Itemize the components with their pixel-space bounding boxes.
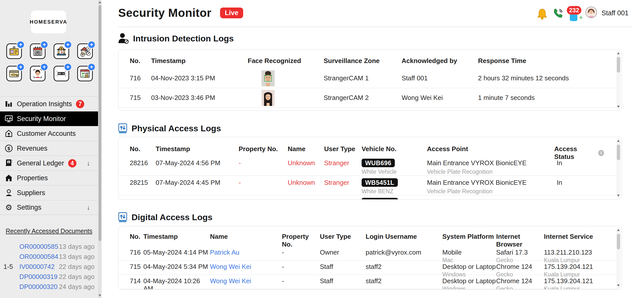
ip-address: 175.139.204.121 [544,263,593,270]
scroll-down-arrow[interactable] [617,195,620,197]
access-point: Main Entrance VYROX BionicEYE [427,198,527,200]
login-username: staff2 [366,275,442,285]
intrusion-section-header: Intrusion Detection Logs [118,33,234,44]
expand-arrow-icon[interactable]: ↓ [87,159,90,167]
document-link[interactable]: DP00000319 [19,273,58,281]
scroll-down-arrow[interactable] [99,294,101,296]
face-snapshot[interactable] [262,70,275,86]
physical-logs-table: No. Timestamp Property No. Name User Typ… [118,137,622,200]
property-no: - [282,246,320,256]
sidebar-item-security-monitor[interactable]: Security Monitor [0,111,98,126]
bell-icon[interactable] [537,9,547,20]
scroll-up-arrow[interactable] [617,140,620,142]
document-age: 13 days ago [59,243,95,251]
sidebar-item-operation-insights[interactable]: Operation Insights 7 [0,96,98,111]
log-no: 716 [130,246,143,256]
property-no: - [282,275,320,285]
live-status-badge: Live [220,8,243,18]
table-scrollbar[interactable] [616,138,621,198]
recent-documents-title: Recently Accessed Documents [0,227,98,235]
property-no: - [239,195,288,200]
scroll-down-arrow[interactable] [617,284,620,286]
phone-icon[interactable] [553,8,564,19]
list-item: IV00000742 22 days ago [0,262,98,272]
shortcut-license-plate[interactable]: ABC 123 + [54,66,69,81]
table-scrollbar[interactable] [616,227,621,288]
sidebar-item-suppliers[interactable]: Suppliers [0,185,98,200]
sidebar-item-settings[interactable]: ⚙ Settings ↓ [0,200,98,215]
column-header: Name [210,233,282,248]
add-icon[interactable]: + [64,41,72,49]
access-transfer-icon [118,123,127,134]
os-name: Windows [442,285,466,289]
document-link[interactable]: OR00000585 [19,243,58,251]
user-type: Staff [320,275,366,285]
table-row: 28216 07-May-2024 4:56 PM - Unknown Stra… [118,156,622,176]
message-count-badge: 232 [567,6,581,15]
expand-arrow-icon[interactable]: ↓ [87,204,90,211]
user-avatar[interactable] [585,7,597,18]
log-no: 28216 [130,156,156,167]
sidebar-scrollbar[interactable] [98,0,102,298]
document-link[interactable]: OR00000584 [19,253,58,261]
info-icon[interactable]: i [598,150,604,156]
scrollbar-thumb[interactable] [617,234,620,249]
scroll-up-arrow[interactable] [617,52,620,54]
access-status: In [554,156,604,167]
column-header: User Type [320,233,366,248]
document-age: 13 days ago [59,253,95,261]
shortcut-property-maintenance[interactable]: + [77,43,93,59]
header-divider [118,27,632,27]
property-no: - [239,176,288,187]
scrollbar-thumb[interactable] [99,5,101,241]
shortcut-staff-id-card[interactable]: + [6,43,22,59]
surveillance-zone: StrangerCAM 1 [324,74,402,82]
sidebar-item-properties[interactable]: Properties [0,170,98,185]
add-icon[interactable]: + [40,41,48,49]
table-row: 715 03-Nov-2023 3:46 PM StrangerCAM 2 Wo… [118,88,622,108]
add-icon[interactable]: + [88,63,96,71]
app-logo[interactable]: HOMESERVA [31,11,66,33]
timestamp: 07-May-2024 4:26 PM [156,195,239,200]
user-link[interactable]: Patrick Au [210,246,282,256]
shortcut-bank-finance[interactable]: $ + [54,43,69,59]
shortcut-calendar[interactable]: + [30,43,46,59]
vehicle-plate: WB5451L [362,178,398,187]
plus-icon: + [579,14,583,21]
scrollbar-thumb[interactable] [617,145,620,160]
access-method: Vehicle Plate Recognition [427,188,493,195]
table-scrollbar[interactable] [616,50,621,109]
messages-button[interactable]: 232 + [566,6,587,23]
user-link[interactable]: Wong Wei Kei [210,261,282,270]
add-icon[interactable]: + [17,63,25,71]
log-no: 714 [130,275,143,285]
user-link[interactable]: Wong Wei Kei [210,275,282,285]
add-icon[interactable]: + [17,41,25,49]
scroll-up-arrow[interactable] [99,1,101,3]
access-point: Main Entrance VYROX BionicEYE [427,159,527,167]
face-snapshot[interactable] [262,90,275,106]
column-header: System Platform [442,233,496,248]
document-link[interactable]: IV00000742 [19,263,55,271]
scrollbar-thumb[interactable] [617,57,620,73]
add-icon[interactable]: + [64,63,72,71]
shortcut-access-card[interactable]: + [6,66,22,81]
ip-address: 113.211.210.123 [544,249,592,256]
add-icon[interactable]: + [40,63,48,71]
shortcut-face-recognition[interactable]: + [30,66,46,81]
notification-count-badge: 7 [76,100,84,108]
table-row: 716 05-May-2024 4:14 PM Patrick Au - Own… [118,246,622,261]
document-link[interactable]: DP00000320 [19,283,58,291]
sidebar-item-customer-accounts[interactable]: Customer Accounts [0,126,98,141]
shortcut-login-portal[interactable]: Login + [77,66,93,81]
add-icon[interactable]: + [88,41,96,49]
scroll-down-arrow[interactable] [617,106,620,108]
scroll-up-arrow[interactable] [617,229,620,231]
nav-label: General Ledger [17,159,64,167]
login-username: patrick@vyrox.com [366,246,442,256]
sidebar-nav: Operation Insights 7 Security Monitor Cu… [0,96,98,215]
log-no: 716 [130,74,151,82]
sidebar-item-general-ledger[interactable]: $ General Ledger 4 ↓ [0,156,98,170]
sidebar-item-revenues[interactable]: $ Revenues [0,141,98,156]
property-no: - [282,261,320,270]
